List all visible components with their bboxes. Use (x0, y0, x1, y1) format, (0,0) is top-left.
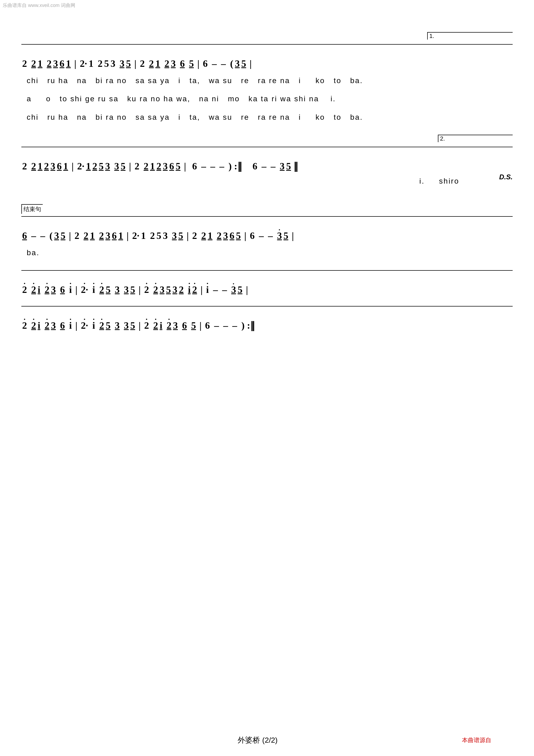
note: 2· (81, 320, 88, 331)
note: 6 (22, 230, 27, 241)
note: 2 (165, 58, 169, 69)
note: i (160, 320, 162, 331)
note: 2 (31, 320, 36, 331)
note: 2 (201, 230, 206, 241)
note: 5 (284, 230, 288, 241)
notation-row-3: 6 – – ( 3 5 | 2 2 1 2 3 6 1 | 2· (21, 216, 513, 241)
note: 2· (81, 284, 88, 295)
bar-line: | (74, 58, 76, 69)
note: 2 (153, 284, 158, 295)
note: 6 (182, 320, 187, 331)
note: 1 (155, 58, 160, 69)
note: i (92, 284, 95, 295)
note: – (221, 58, 226, 69)
note: 6 (203, 58, 208, 69)
bar-line: | (200, 284, 203, 295)
note: 6 (180, 58, 185, 69)
watermark: 乐曲谱库自 www.xveil.com 词曲网 (3, 2, 75, 9)
note: 3 (172, 284, 177, 295)
note: – (223, 320, 228, 331)
note: 1 (38, 58, 42, 69)
bar-line: | (75, 284, 77, 295)
volta-2-bracket: 2. (438, 135, 513, 142)
footer-source: 本曲谱源自 (462, 736, 491, 744)
note: 5 (191, 320, 196, 331)
lyrics-3: ba. (27, 246, 513, 259)
note: 5 (157, 230, 161, 241)
bar-line: | (139, 284, 141, 295)
note: 6 (250, 230, 255, 241)
note: 3 (120, 58, 124, 69)
note: 2 (179, 284, 184, 295)
note: ( (49, 230, 53, 241)
note: 5 (176, 161, 181, 172)
note: 3 (163, 161, 168, 172)
note: 5 (106, 284, 111, 295)
note: 2 (144, 284, 149, 295)
note: 6 (169, 161, 174, 172)
note: i (92, 320, 95, 331)
note: 2 (74, 230, 79, 241)
note: 2 (31, 58, 36, 69)
note: 6 (253, 161, 257, 172)
note: 5 (130, 284, 135, 295)
note: – (262, 161, 267, 172)
note: 3 (53, 58, 58, 69)
note: 6 (230, 230, 234, 241)
volta-1-label: 1. (429, 33, 434, 39)
note: 2 (99, 230, 104, 241)
section-2: 2. 2 2 1 2 3 6 1 | 2· 1 2 5 3 3 5 | (21, 135, 513, 188)
note: 2 (99, 320, 104, 331)
note: 2 (22, 161, 27, 172)
note: 2 (166, 320, 171, 331)
note: 5 (99, 161, 104, 172)
note: 3 (173, 320, 178, 331)
note: 1 (38, 161, 42, 172)
bar-line: | (197, 58, 199, 69)
volta-1-bracket: 1. (427, 32, 513, 40)
lyrics-1-3: chi ru ha na bi ra no sa sa ya i ta, wa … (27, 111, 513, 124)
note: 3 (115, 284, 120, 295)
note: 5 (189, 58, 194, 69)
note: – (201, 161, 206, 172)
note: 2 (149, 58, 154, 69)
note: 2 (192, 284, 197, 295)
note: 6 (60, 58, 64, 69)
note: 5 (130, 320, 135, 331)
note: 5 (121, 161, 125, 172)
note: 2 (22, 284, 27, 295)
note: 5 (166, 284, 171, 295)
note: 3· (231, 284, 236, 295)
note: 1 (141, 230, 146, 241)
bar-line: | (246, 284, 248, 295)
note: 3 (235, 58, 240, 69)
bar-line: | (244, 230, 246, 241)
note: 2· (132, 230, 140, 241)
note: 5 (238, 284, 242, 295)
note: 2 (153, 320, 158, 331)
page-footer: 外婆桥 (2/2) 本曲谱源自 (0, 735, 491, 745)
bar-line: | (292, 230, 294, 241)
note: – (212, 58, 217, 69)
note: – (232, 320, 237, 331)
note: 3 (115, 320, 120, 331)
note: – (213, 284, 218, 295)
note: 3 (163, 230, 168, 241)
note: 3 (54, 230, 59, 241)
section-3: 结束句 6 – – ( 3 5 | 2 2 1 2 3 6 (21, 204, 513, 259)
bar-line: | (129, 161, 131, 172)
bar-line: | (127, 230, 129, 241)
note: i (206, 284, 209, 295)
note: 3 (124, 320, 129, 331)
note: 2 (144, 161, 148, 172)
notation-row-5: 2 2 i 2 3 6 i | 2· i 2 5 3 3 5 | 2 (21, 306, 513, 331)
note: – (219, 161, 224, 172)
note: 2 (217, 230, 222, 241)
note: – (259, 230, 264, 241)
note: 5 (178, 230, 183, 241)
bar-line: | (184, 161, 186, 172)
note: 3 (106, 230, 110, 241)
note: 2 (45, 284, 49, 295)
note: 2 (22, 320, 27, 331)
note: 2 (31, 284, 36, 295)
